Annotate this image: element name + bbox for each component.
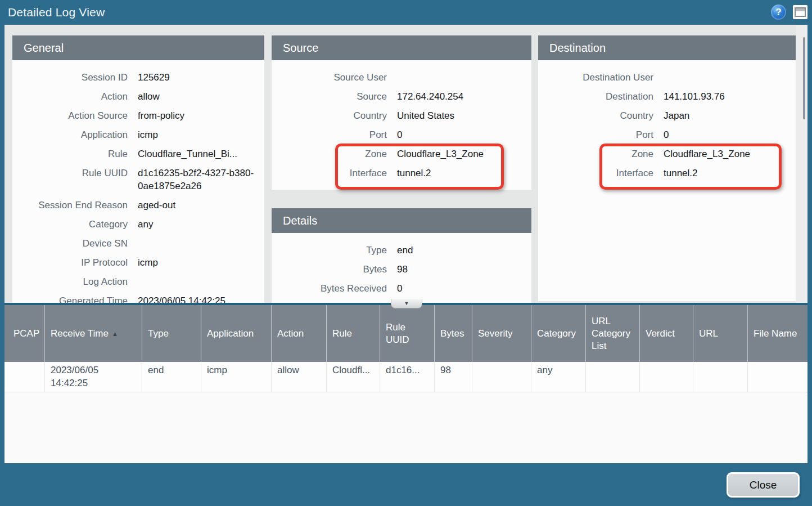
panel-source-title: Source: [272, 35, 531, 60]
cell-pcap: [8, 362, 45, 392]
column-header-pcap[interactable]: PCAP: [8, 305, 45, 362]
field-value: 141.101.93.76: [664, 90, 796, 103]
field-row: Port0: [538, 126, 796, 145]
field-row: Bytes Received0: [272, 279, 531, 298]
cell-file-name: [748, 362, 808, 392]
field-value: 125629: [138, 71, 264, 84]
cell-rule-uuid: d1c16...: [380, 362, 435, 392]
field-label: IP Protocol: [12, 256, 128, 269]
field-label: Device SN: [12, 237, 128, 250]
column-header-file-name[interactable]: File Name: [748, 305, 808, 362]
field-label: Country: [272, 109, 387, 122]
field-value: icmp: [138, 256, 264, 269]
column-header-rule[interactable]: Rule: [327, 305, 380, 362]
panel-destination: Destination Destination User Destination…: [538, 35, 796, 301]
field-row: CountryUnited States: [272, 106, 531, 126]
column-header-url-category-list[interactable]: URL Category List: [586, 305, 640, 362]
field-row: Typeend: [272, 241, 531, 260]
field-value: icmp: [138, 128, 264, 141]
page-title: Detailed Log View: [0, 6, 105, 19]
field-row: Log Action: [12, 272, 264, 292]
column-header-url[interactable]: URL: [693, 305, 748, 362]
cell-category: any: [531, 362, 586, 392]
column-header-severity[interactable]: Severity: [472, 305, 531, 362]
panel-destination-body: Destination User Destination141.101.93.7…: [538, 60, 796, 183]
close-button[interactable]: Close: [727, 472, 800, 498]
field-label: Rule UUID: [12, 167, 128, 192]
collapse-panel-handle[interactable]: ▼: [391, 299, 422, 308]
field-value: aged-out: [138, 199, 264, 212]
field-value: Cloudflare_L3_Zone: [664, 147, 796, 160]
field-label: Destination: [538, 90, 653, 103]
field-value: tunnel.2: [664, 167, 796, 180]
field-label: Port: [538, 128, 653, 141]
window-restore-icon[interactable]: [793, 5, 808, 19]
field-label: Generated Time: [12, 294, 128, 303]
field-row: Interfacetunnel.2: [272, 164, 531, 183]
field-row: Device SN: [12, 234, 264, 253]
field-row: Interfacetunnel.2: [538, 164, 796, 183]
field-row: Port0: [272, 126, 531, 145]
field-label: Source: [272, 90, 387, 103]
cell-action: allow: [272, 362, 327, 392]
column-header-rule-uuid[interactable]: Rule UUID: [380, 305, 435, 362]
field-value: any: [138, 218, 264, 231]
field-label: Port: [272, 128, 387, 141]
column-header-action[interactable]: Action: [272, 305, 327, 362]
field-value: 172.64.240.254: [397, 90, 531, 103]
field-label: Destination User: [538, 71, 653, 84]
field-label: Country: [538, 109, 653, 122]
field-value: allow: [138, 90, 264, 103]
cell-url: [693, 362, 748, 392]
column-header-application[interactable]: Application: [201, 305, 272, 362]
field-label: Category: [12, 218, 128, 231]
column-header-bytes[interactable]: Bytes: [435, 305, 472, 362]
window-glyph: [795, 7, 806, 17]
column-header-receive-time[interactable]: Receive Time ▲: [45, 305, 142, 362]
field-row: Categoryany: [12, 215, 264, 234]
field-row: ZoneCloudflare_L3_Zone: [272, 145, 531, 164]
help-icon[interactable]: ?: [771, 5, 786, 20]
field-row: Destination141.101.93.76: [538, 87, 796, 106]
field-row: Rule UUIDd1c16235-b2f2-4327-b380-0ae1875…: [12, 164, 264, 196]
field-row: Action Sourcefrom-policy: [12, 106, 264, 126]
column-header-type[interactable]: Type: [142, 305, 201, 362]
field-value: 0: [397, 282, 531, 295]
table-header-row: PCAP Receive Time ▲ Type Application Act…: [4, 305, 808, 362]
detailed-log-view-dialog: Detailed Log View ? General Session ID12…: [0, 0, 812, 506]
field-label: Action Source: [12, 109, 128, 122]
field-row: Generated Time2023/06/05 14:42:25: [12, 292, 264, 303]
field-label: Action: [12, 90, 128, 103]
field-label: Type: [272, 244, 387, 257]
column-header-verdict[interactable]: Verdict: [640, 305, 693, 362]
field-row: Source172.64.240.254: [272, 87, 531, 106]
panel-source-body: Source User Source172.64.240.254 Country…: [272, 60, 531, 183]
field-row: Bytes98: [272, 260, 531, 279]
field-value: 0: [664, 128, 796, 141]
field-value: [138, 275, 264, 288]
field-value: [397, 71, 531, 84]
panel-details-title: Details: [272, 208, 531, 233]
panel-details-body: Typeend Bytes98 Bytes Received0: [272, 233, 531, 298]
field-value: Cloudflare_L3_Zone: [397, 147, 531, 160]
field-value: from-policy: [138, 109, 264, 122]
cell-url-category-list: [586, 362, 640, 392]
field-row: ZoneCloudflare_L3_Zone: [538, 145, 796, 164]
field-value: end: [397, 244, 531, 257]
table-row[interactable]: 2023/06/05 14:42:25 end icmp allow Cloud…: [4, 362, 808, 392]
cell-rule: Cloudfl...: [327, 362, 380, 392]
field-value: Cloudflare_Tunnel_Bi...: [138, 147, 264, 160]
field-label: Bytes Received: [272, 282, 387, 295]
field-row: Destination User: [538, 68, 796, 87]
field-row: Applicationicmp: [12, 126, 264, 145]
column-header-category[interactable]: Category: [531, 305, 586, 362]
help-icon-glyph: ?: [775, 7, 781, 18]
field-label: Zone: [538, 147, 653, 160]
vertical-scrollbar-thumb[interactable]: [803, 37, 805, 119]
panel-destination-title: Destination: [538, 35, 796, 60]
field-label: Zone: [272, 147, 387, 160]
panel-source: Source Source User Source172.64.240.254 …: [272, 35, 531, 190]
vertical-scrollbar-track[interactable]: [796, 25, 808, 303]
field-label: Session ID: [12, 71, 128, 84]
field-value: tunnel.2: [397, 167, 531, 180]
